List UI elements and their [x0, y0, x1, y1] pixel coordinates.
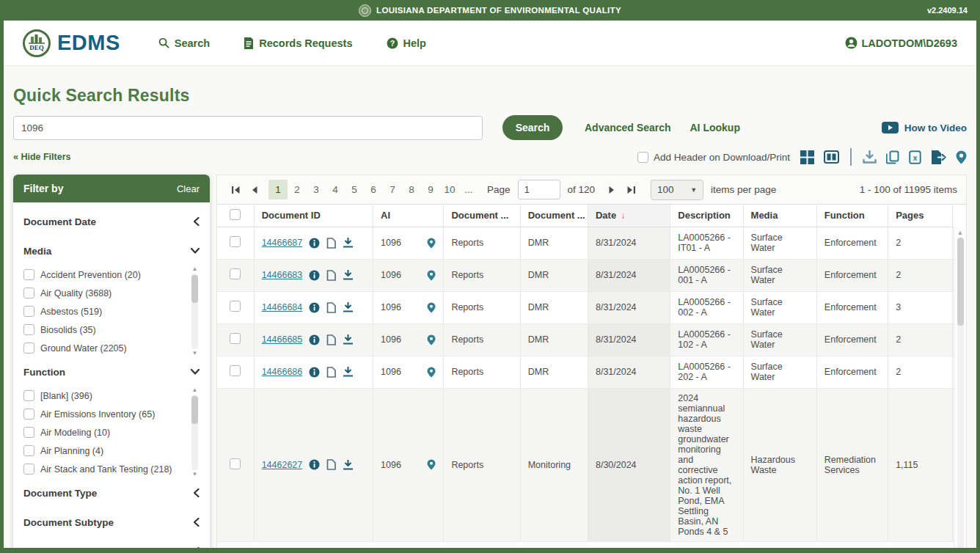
scrollbar-thumb[interactable]: [957, 238, 964, 326]
document-icon[interactable]: [326, 238, 336, 249]
advanced-search-link[interactable]: Advanced Search: [585, 122, 671, 133]
row-checkbox[interactable]: [230, 301, 241, 312]
nav-records-requests[interactable]: Records Requests: [244, 37, 352, 49]
info-icon[interactable]: [309, 459, 320, 470]
file-export-icon[interactable]: [931, 150, 946, 164]
filter-option-checkbox[interactable]: [23, 409, 34, 420]
filter-section-header[interactable]: Function: [23, 357, 200, 387]
filter-option-checkbox[interactable]: [23, 427, 34, 438]
document-icon[interactable]: [326, 270, 336, 281]
first-page-button[interactable]: [226, 180, 245, 199]
col-function[interactable]: Function: [816, 205, 888, 227]
document-id-link[interactable]: 14466683: [262, 270, 303, 280]
scroll-up-icon[interactable]: ▲: [957, 229, 964, 236]
document-icon[interactable]: [326, 459, 336, 470]
filter-section-header[interactable]: Associated AI: [23, 537, 200, 553]
copy-icon[interactable]: [886, 150, 899, 164]
document-id-link[interactable]: 14462627: [262, 460, 303, 470]
items-per-page-dropdown[interactable]: 100 ▼: [651, 180, 703, 200]
page-number-9[interactable]: 9: [421, 180, 440, 199]
filter-option-checkbox[interactable]: [23, 324, 34, 335]
page-number-1[interactable]: 1: [268, 180, 288, 199]
select-all-checkbox[interactable]: [230, 209, 241, 220]
download-icon[interactable]: [343, 367, 354, 377]
map-pin-icon[interactable]: [427, 334, 436, 345]
row-checkbox[interactable]: [230, 268, 241, 279]
info-icon[interactable]: [309, 302, 320, 313]
page-number-2[interactable]: 2: [288, 180, 307, 199]
filter-section-header[interactable]: Media: [23, 236, 200, 265]
row-checkbox[interactable]: [230, 333, 241, 344]
col-media[interactable]: Media: [743, 205, 816, 227]
filter-option-checkbox[interactable]: [23, 269, 34, 280]
columns-view-icon[interactable]: [824, 150, 839, 164]
excel-export-icon[interactable]: x: [909, 150, 921, 164]
search-input[interactable]: [13, 116, 483, 140]
filter-option-checkbox[interactable]: [23, 343, 34, 354]
page-number-4[interactable]: 4: [326, 180, 345, 199]
download-icon[interactable]: [343, 238, 354, 248]
add-header-checkbox[interactable]: [637, 152, 648, 163]
map-pin-icon[interactable]: [956, 150, 967, 164]
document-icon[interactable]: [326, 334, 336, 345]
grid-view-icon[interactable]: [800, 150, 814, 164]
previous-page-button[interactable]: [245, 180, 264, 199]
map-pin-icon[interactable]: [427, 367, 436, 378]
info-icon[interactable]: [309, 367, 320, 378]
filter-clear-button[interactable]: Clear: [177, 183, 200, 194]
info-icon[interactable]: [309, 270, 320, 281]
filter-option-checkbox[interactable]: [23, 306, 34, 317]
edms-logo[interactable]: DEQ EDMS: [23, 29, 120, 57]
document-icon[interactable]: [326, 302, 336, 313]
scrollbar-track[interactable]: [957, 238, 964, 553]
info-icon[interactable]: [309, 334, 320, 345]
user-account[interactable]: LADOTDOM\D2693: [845, 37, 957, 49]
filter-section-header[interactable]: Document Date: [23, 207, 200, 236]
map-pin-icon[interactable]: [427, 302, 436, 313]
col-description[interactable]: Description: [670, 205, 743, 227]
page-number-7[interactable]: 7: [383, 180, 402, 199]
filter-option-checkbox[interactable]: [23, 464, 34, 475]
col-pages[interactable]: Pages: [888, 205, 953, 227]
page-number-6[interactable]: 6: [364, 180, 383, 199]
filter-list-scrollbar[interactable]: ▲▼: [190, 265, 200, 357]
document-id-link[interactable]: 14466684: [262, 302, 303, 312]
hide-filters-link[interactable]: « Hide Filters: [13, 152, 71, 162]
filter-list-scrollbar[interactable]: ▲▼: [190, 387, 200, 478]
nav-help[interactable]: ? Help: [387, 37, 426, 49]
ai-lookup-link[interactable]: AI Lookup: [690, 122, 740, 133]
next-page-button[interactable]: [602, 180, 621, 199]
info-icon[interactable]: [309, 238, 320, 249]
download-icon[interactable]: [343, 302, 354, 312]
page-number-3[interactable]: 3: [307, 180, 326, 199]
map-pin-icon[interactable]: [427, 238, 436, 249]
row-checkbox[interactable]: [230, 365, 241, 376]
filter-option-checkbox[interactable]: [23, 390, 34, 401]
page-number-5[interactable]: 5: [345, 180, 364, 199]
map-pin-icon[interactable]: [427, 459, 436, 470]
col-document-type[interactable]: Document ...: [444, 205, 520, 227]
download-icon[interactable]: [343, 460, 354, 470]
last-page-button[interactable]: [621, 180, 640, 199]
col-document-subtype[interactable]: Document ...: [520, 205, 588, 227]
col-document-id[interactable]: Document ID: [254, 205, 373, 227]
download-icon[interactable]: [343, 270, 354, 280]
map-pin-icon[interactable]: [427, 270, 436, 281]
document-id-link[interactable]: 14466686: [262, 367, 303, 377]
search-button[interactable]: Search: [502, 115, 563, 140]
how-to-video-link[interactable]: How to Video: [882, 122, 967, 133]
filter-section-header[interactable]: Document Subtype: [23, 508, 200, 537]
filter-section-header[interactable]: Document Type: [23, 478, 200, 508]
page-number-8[interactable]: 8: [402, 180, 421, 199]
table-scrollbar[interactable]: ▲: [954, 227, 966, 553]
filter-option-checkbox[interactable]: [23, 288, 34, 299]
page-number-10[interactable]: 10: [440, 180, 459, 199]
col-date[interactable]: Date↓: [588, 205, 670, 227]
page-number-input[interactable]: [518, 180, 560, 199]
document-id-link[interactable]: 14466685: [262, 334, 303, 345]
filter-option-checkbox[interactable]: [23, 445, 34, 456]
download-icon[interactable]: [343, 334, 354, 345]
row-checkbox[interactable]: [230, 458, 241, 469]
nav-search[interactable]: Search: [158, 37, 210, 49]
col-ai[interactable]: AI: [373, 205, 444, 227]
